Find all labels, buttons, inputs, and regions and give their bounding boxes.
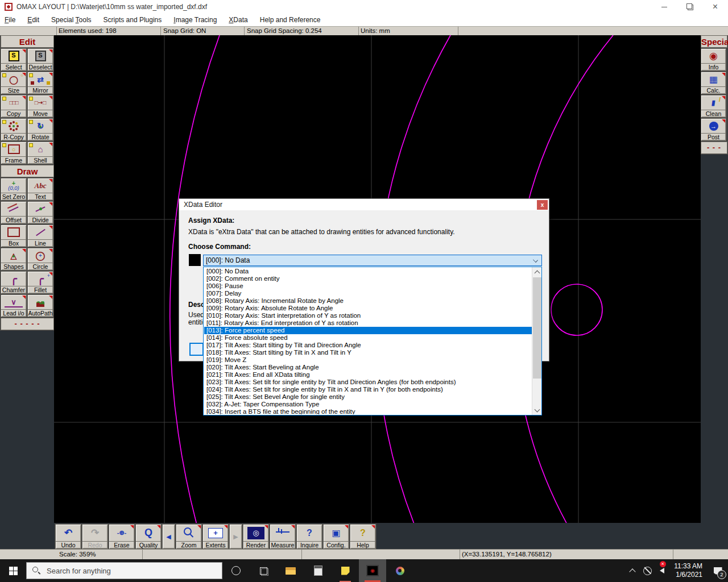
tray-network-button[interactable]: [640, 559, 655, 582]
taskbar-paint[interactable]: [386, 559, 413, 582]
toolbar-button-calc[interactable]: Calc.: [701, 72, 726, 94]
taskbar-omax-layout[interactable]: [359, 559, 386, 582]
scroll-up-icon[interactable]: [532, 267, 542, 277]
toolbar-button-extents[interactable]: Extents: [202, 524, 229, 549]
info-icon: [701, 49, 726, 63]
toolbar-button-copy[interactable]: Copy: [1, 95, 27, 118]
dropdown-item-10[interactable]: [017]: Tilt Axes: Start tilting by Tilt …: [204, 342, 532, 349]
toolbar-button-divide[interactable]: Divide: [27, 201, 53, 224]
toolbar-button-circle[interactable]: Circle: [27, 248, 53, 271]
menu-item-help-and-reference[interactable]: Help and Reference: [260, 15, 326, 25]
toolbar-button-help[interactable]: Help: [350, 524, 376, 549]
toolbar-button-redo[interactable]: Redo: [82, 524, 108, 549]
taskbar-cortana[interactable]: [222, 559, 250, 582]
toolbar-button-measure[interactable]: Measure: [270, 524, 296, 549]
toolbar-button-select[interactable]: Select: [1, 48, 27, 71]
toolbar-button-box[interactable]: Box: [1, 225, 27, 247]
toolbar-button-move[interactable]: Move: [27, 95, 53, 118]
notification-center-button[interactable]: 2: [708, 559, 728, 582]
minimize-button[interactable]: [651, 0, 677, 14]
toolbar-button-rotate[interactable]: Rotate: [27, 118, 53, 141]
toolbar-button-frame[interactable]: Frame: [1, 142, 27, 164]
toolbar-button-deselect[interactable]: Deselect: [27, 48, 53, 71]
toolbar-button-offset[interactable]: Offset: [1, 201, 27, 224]
search-input[interactable]: [46, 566, 205, 576]
dropdown-item-13[interactable]: [020]: Tilt Axes: Start Beveling at Angl…: [204, 364, 532, 371]
close-button[interactable]: [702, 0, 728, 14]
ok-button-partial[interactable]: [189, 343, 204, 356]
dropdown-item-3[interactable]: [007]: Delay: [204, 290, 532, 297]
toolbar-section-header-special: Special: [701, 35, 727, 48]
taskbar-clock[interactable]: 11:33 AM 1/6/2021: [671, 562, 708, 579]
taskbar-calculator[interactable]: [304, 559, 332, 582]
toolbar-button-text[interactable]: Text: [27, 178, 53, 201]
menu-item-image-tracing[interactable]: Image Tracing: [173, 15, 222, 25]
toolbar-button-config[interactable]: Config.: [323, 524, 349, 549]
sticky-notes-icon: [341, 567, 350, 575]
toolbar-button-shapes[interactable]: Shapes: [1, 248, 27, 271]
dropdown-item-6[interactable]: [010]: Rotary Axis: Start interpretation…: [204, 312, 532, 319]
restore-button[interactable]: [677, 0, 702, 14]
tray-chevron-button[interactable]: [624, 559, 640, 582]
dropdown-item-1[interactable]: [002]: Comment on entity: [204, 275, 532, 282]
dropdown-item-8[interactable]: [013]: Force percent speed: [204, 327, 532, 334]
dropdown-item-19[interactable]: [034]: Insert a BTS file at the beginnin…: [204, 408, 532, 414]
toolbar-button-chamfer[interactable]: Chamfer: [1, 271, 27, 294]
s-marker-icon: [2, 97, 6, 101]
scrollbar-thumb[interactable]: [533, 277, 541, 379]
dropdown-item-11[interactable]: [018]: Tilt Axes: Start tilting by Tilt …: [204, 349, 532, 356]
toolbar-button-chevron-right[interactable]: [229, 524, 242, 549]
toolbar-button-zoom[interactable]: Zoom: [176, 524, 202, 549]
dropdown-item-9[interactable]: [014]: Force absolute speed: [204, 334, 532, 342]
dropdown-item-7[interactable]: [011]: Rotary Axis: End interpretation o…: [204, 319, 532, 327]
dropdown-item-4[interactable]: [008]: Rotary Axis: Incremental Rotate b…: [204, 297, 532, 305]
dropdown-item-16[interactable]: [024]: Tilt Axes: Set tilt for single en…: [204, 386, 532, 393]
toolbar-button-undo[interactable]: Undo: [55, 524, 81, 549]
dropdown-item-15[interactable]: [023]: Tilt Axes: Set tilt for single en…: [204, 379, 532, 386]
dialog-close-button[interactable]: x: [537, 200, 548, 210]
dropdown-item-18[interactable]: [032]: A-Jet: Taper Compensation Type: [204, 401, 532, 408]
scroll-down-icon[interactable]: [532, 405, 542, 415]
tray-volume-button[interactable]: [655, 559, 671, 582]
start-button[interactable]: [0, 559, 26, 582]
toolbar-button-line[interactable]: Line: [27, 225, 53, 247]
toolbar-button-info[interactable]: Info: [701, 48, 726, 71]
toolbar-button-mirror[interactable]: Mirror: [27, 72, 53, 94]
toolbar-button-label: Frame: [1, 156, 26, 164]
taskbar-sticky-notes[interactable]: [332, 559, 359, 582]
dropdown-item-2[interactable]: [006]: Pause: [204, 282, 532, 290]
toolbar-button-erase[interactable]: Erase: [109, 524, 135, 549]
dropdown-scrollbar[interactable]: [532, 267, 541, 415]
toolbar-button-r-copy[interactable]: R-Copy: [1, 118, 27, 141]
taskbar-file-explorer[interactable]: [277, 559, 304, 582]
menu-item-special-tools[interactable]: Special Tools: [51, 15, 97, 25]
toolbar-button-render[interactable]: Render: [243, 524, 269, 549]
drawing-circle-entity[interactable]: [551, 284, 602, 335]
dropdown-item-14[interactable]: [021]: Tilt Axes: End all XData tilting: [204, 371, 532, 379]
s-marker-icon: [2, 73, 6, 77]
taskbar-task-view[interactable]: [250, 559, 277, 582]
dropdown-item-12[interactable]: [019]: Move Z: [204, 356, 532, 364]
dialog-title-bar[interactable]: XData Editor: [179, 199, 549, 210]
toolbar-button-size[interactable]: Size: [1, 72, 27, 94]
status-separator: [460, 550, 460, 559]
toolbar-button-post[interactable]: Post: [701, 118, 726, 141]
taskbar-search[interactable]: [26, 562, 222, 579]
toolbar-button-lead-i-o[interactable]: Lead i/o: [1, 294, 27, 317]
menu-item-edit[interactable]: Edit: [27, 15, 45, 25]
toolbar-button-clean[interactable]: Clean: [701, 95, 726, 118]
menu-item-scripts-and-plugins[interactable]: Scripts and Plugins: [104, 15, 168, 25]
dropdown-item-0[interactable]: [000]: No Data: [204, 268, 532, 275]
toolbar-button-shell[interactable]: Shell: [27, 142, 53, 164]
toolbar-button-chevron-left[interactable]: [162, 524, 175, 549]
toolbar-button-inquire[interactable]: Inquire: [296, 524, 322, 549]
toolbar-button-fillet[interactable]: Fillet: [27, 271, 53, 294]
menu-item-xdata[interactable]: XData: [229, 15, 253, 25]
menu-item-file[interactable]: File: [5, 15, 21, 25]
dropdown-item-5[interactable]: [009]: Rotary Axis: Absolute Rotate to A…: [204, 305, 532, 312]
toolbar-button-quality[interactable]: Quality: [135, 524, 162, 549]
dropdown-item-17[interactable]: [025]: Tilt Axes: Set Bevel Angle for si…: [204, 393, 532, 401]
command-combobox[interactable]: [000]: No Data: [203, 255, 542, 266]
toolbar-button-set-zero[interactable]: Set Zero: [1, 178, 27, 201]
toolbar-button-autopath[interactable]: AutoPath: [27, 294, 53, 317]
